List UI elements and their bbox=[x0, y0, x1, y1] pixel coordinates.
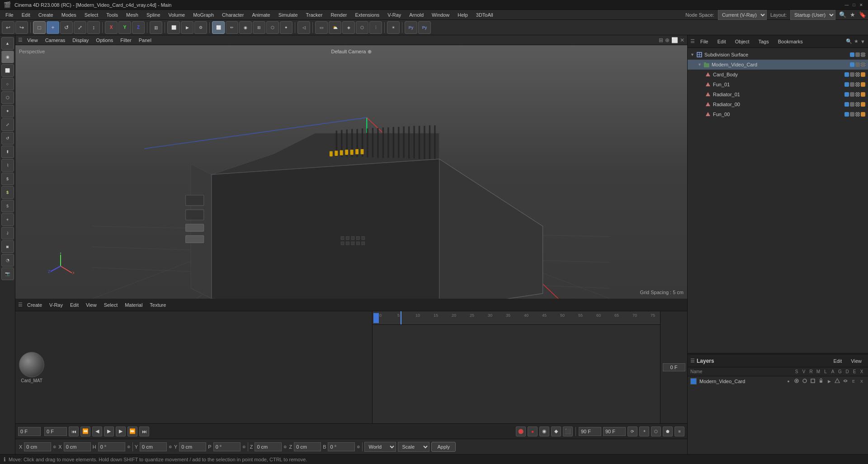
menu-mesh[interactable]: Mesh bbox=[123, 11, 142, 19]
obj-dot-orange-3[interactable] bbox=[861, 72, 865, 77]
viewport-expand-icon[interactable]: ⊞ bbox=[659, 37, 663, 43]
menu-edit[interactable]: Edit bbox=[18, 11, 34, 19]
mat-menu-material[interactable]: Material bbox=[122, 301, 145, 309]
axis-x-button[interactable]: X bbox=[105, 21, 118, 34]
obj-dot-render-3[interactable] bbox=[850, 72, 854, 77]
frame-end-input[interactable] bbox=[44, 427, 67, 436]
obj-dot-render-4[interactable] bbox=[850, 82, 854, 87]
bottom-menu-icon[interactable]: ☰ bbox=[18, 302, 23, 308]
sky-button[interactable]: ⛅ bbox=[329, 21, 341, 34]
menu-animate[interactable]: Animate bbox=[248, 11, 274, 19]
obj-dot-vis-5[interactable] bbox=[844, 92, 849, 97]
key-all-button[interactable]: ⬛ bbox=[563, 427, 573, 436]
obj-dot-render[interactable] bbox=[855, 52, 860, 57]
x-rot-input[interactable] bbox=[64, 442, 91, 451]
key-button[interactable]: ◆ bbox=[551, 427, 561, 436]
goto-start-button[interactable]: ⏮ bbox=[69, 427, 79, 436]
move-tool-button[interactable]: + bbox=[47, 21, 59, 34]
viewport-move-icon[interactable]: ⊕ bbox=[665, 37, 670, 43]
h-input[interactable] bbox=[98, 442, 125, 451]
left-tool-rect-select[interactable]: ⬜ bbox=[1, 64, 14, 77]
viewport-menu-view[interactable]: View bbox=[24, 37, 41, 44]
left-tool-bend[interactable]: ⤸ bbox=[1, 227, 14, 239]
menu-3dtoall[interactable]: 3DToAll bbox=[472, 11, 497, 19]
layers-menu-icon[interactable]: ☰ bbox=[690, 358, 695, 364]
left-tool-move[interactable]: ✦ bbox=[1, 105, 14, 117]
obj-modern-video-card[interactable]: ▼ Modern_Video_Card bbox=[688, 60, 868, 70]
layer-x[interactable]: X bbox=[858, 379, 865, 384]
obj-dot-vis-2[interactable] bbox=[850, 62, 854, 67]
layer-gen[interactable] bbox=[834, 378, 841, 384]
obj-fun-00[interactable]: Fun_00 bbox=[688, 109, 868, 119]
mode-btn-3[interactable]: ⬡ bbox=[651, 427, 661, 436]
axis-z-button[interactable]: Z bbox=[132, 21, 145, 34]
viewport-menu-display[interactable]: Display bbox=[70, 37, 91, 44]
material-button[interactable]: ◈ bbox=[342, 21, 355, 34]
mode-btn-1[interactable]: ⟳ bbox=[627, 427, 637, 436]
left-tool-lasso[interactable]: ○ bbox=[1, 78, 14, 90]
prev-key-button[interactable]: ◀ bbox=[92, 427, 102, 436]
view-selection-button[interactable]: ◉ bbox=[239, 21, 252, 34]
obj-menu-tags[interactable]: Tags bbox=[755, 38, 773, 45]
obj-dot-deform-4[interactable] bbox=[855, 82, 860, 87]
next-key-button[interactable]: ▶ bbox=[116, 427, 126, 436]
viewport-menu-filter[interactable]: Filter bbox=[118, 37, 134, 44]
goto-end-button[interactable]: ⏭ bbox=[139, 427, 149, 436]
current-frame-display[interactable]: 0 F bbox=[663, 363, 685, 371]
frame-total-input[interactable] bbox=[579, 427, 601, 436]
layers-menu-view[interactable]: View bbox=[847, 357, 865, 365]
floor-button[interactable]: ▭ bbox=[315, 21, 328, 34]
obj-expand-1[interactable]: ▼ bbox=[690, 52, 694, 57]
obj-dot-deform-5[interactable] bbox=[855, 92, 860, 97]
obj-fun-01[interactable]: Fun_01 bbox=[688, 80, 868, 89]
menu-spline[interactable]: Spline bbox=[143, 11, 164, 19]
layer-lock[interactable] bbox=[817, 378, 825, 384]
menu-arnold[interactable]: Arnold bbox=[406, 11, 427, 19]
left-tool-sculpt[interactable]: ◙ bbox=[1, 240, 14, 253]
mat-menu-select[interactable]: Select bbox=[101, 301, 121, 309]
prev-frame-button[interactable]: ⏪ bbox=[80, 427, 90, 436]
bookmark-icon[interactable]: 🔖 bbox=[859, 11, 866, 18]
layout-dropdown[interactable]: Startup (User) bbox=[790, 10, 835, 20]
rotate-tool-button[interactable]: ↺ bbox=[60, 21, 73, 34]
apply-button[interactable]: Apply bbox=[431, 442, 456, 452]
record-button[interactable]: ● bbox=[528, 427, 538, 436]
menu-tracker[interactable]: Tracker bbox=[302, 11, 326, 19]
viewport[interactable]: X Y Z Perspective Default Camera ⊕ Grid … bbox=[15, 45, 687, 299]
minimize-button[interactable]: — bbox=[844, 2, 850, 8]
p-input[interactable] bbox=[213, 442, 241, 451]
viewport-menu-panel[interactable]: Panel bbox=[136, 37, 154, 44]
close-button[interactable]: ✕ bbox=[858, 2, 864, 8]
viewport-menu-cameras[interactable]: Cameras bbox=[42, 37, 68, 44]
python-button[interactable]: Py bbox=[405, 21, 417, 34]
timeline-keyframes[interactable] bbox=[373, 325, 660, 423]
obj-dot-vis-3[interactable] bbox=[844, 72, 849, 77]
left-tool-s3[interactable]: $ bbox=[1, 200, 14, 212]
obj-dot-orange-6[interactable] bbox=[861, 102, 865, 107]
obj-expand-2[interactable]: ▼ bbox=[698, 62, 702, 67]
render-settings-button[interactable]: ⚙ bbox=[194, 21, 207, 34]
menu-mograph[interactable]: MoGraph bbox=[189, 11, 217, 19]
obj-dot-deform[interactable] bbox=[861, 52, 865, 57]
x-pos-input[interactable] bbox=[24, 442, 51, 451]
brush-button[interactable]: ◁ bbox=[297, 21, 310, 34]
view-snap-button[interactable]: ⊞ bbox=[253, 21, 265, 34]
frame-preview-input[interactable] bbox=[603, 427, 626, 436]
left-tool-rotate[interactable]: ↺ bbox=[1, 132, 14, 145]
scale-dropdown[interactable]: Scale bbox=[398, 442, 429, 452]
obj-dot-orange-4[interactable] bbox=[861, 82, 865, 87]
frame-start-input[interactable] bbox=[18, 427, 41, 436]
obj-menu-object[interactable]: Object bbox=[731, 38, 753, 45]
obj-dot-vis-6[interactable] bbox=[844, 102, 849, 107]
menu-volume[interactable]: Volume bbox=[165, 11, 189, 19]
z-pos-input[interactable] bbox=[255, 442, 282, 451]
y-rot-input[interactable] bbox=[179, 442, 206, 451]
world-dropdown[interactable]: World bbox=[364, 442, 396, 452]
left-tool-pointer[interactable]: ▲ bbox=[1, 37, 14, 50]
menu-create[interactable]: Create bbox=[35, 11, 57, 19]
layer-vis-r[interactable] bbox=[801, 378, 808, 384]
menu-tools[interactable]: Tools bbox=[103, 11, 122, 19]
menu-render[interactable]: Render bbox=[327, 11, 350, 19]
obj-dot-vis-7[interactable] bbox=[844, 112, 849, 117]
left-tool-soft[interactable]: ◔ bbox=[1, 254, 14, 267]
